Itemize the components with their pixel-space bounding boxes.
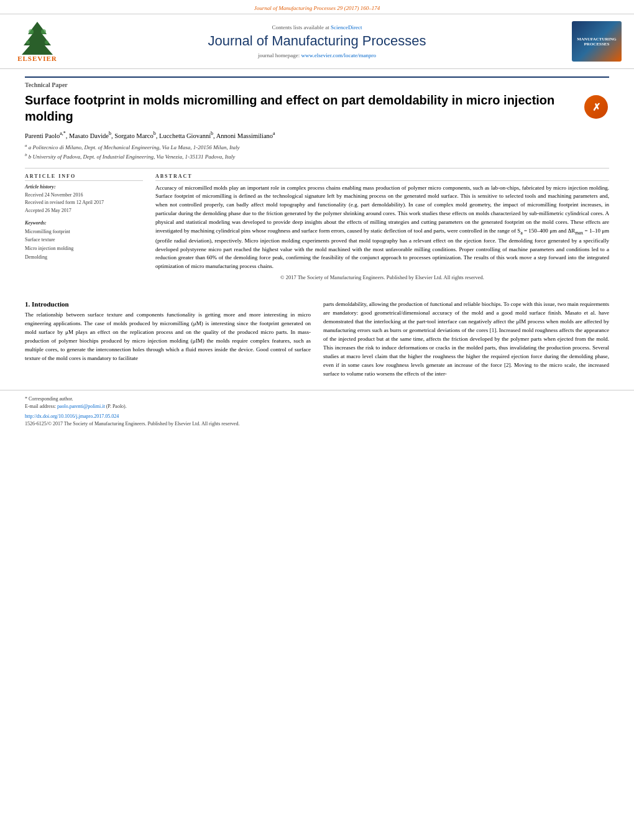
issn-line: 1526-6125/© 2017 The Society of Manufact…: [25, 420, 609, 428]
doi-link[interactable]: http://dx.doi.org/10.1016/j.jmapro.2017.…: [25, 413, 119, 419]
keyword-1: Micromilling footprint: [25, 228, 143, 236]
contents-line: Contents lists available at ScienceDirec…: [71, 24, 563, 30]
header-center: Contents lists available at ScienceDirec…: [71, 24, 563, 58]
section-divider: [25, 168, 609, 168]
svg-point-5: [45, 40, 48, 44]
abstract-header: ABSTRACT: [155, 173, 609, 181]
jmp-logo: MANUFACTURING PROCESSES: [572, 21, 622, 62]
svg-marker-1: [22, 22, 53, 55]
affiliation-a: a a Politecnico di Milano, Dept. of Mech…: [25, 142, 609, 152]
accepted-date: Accepted 26 May 2017: [25, 207, 143, 215]
jmp-logo-area: MANUFACTURING PROCESSES: [569, 21, 625, 62]
main-body: 1. Introduction The relationship between…: [0, 300, 634, 383]
section-1-number: 1. Introduction: [25, 300, 311, 308]
authors: Parenti Paoloa,*, Masato Davideb, Sorgat…: [25, 131, 609, 139]
paper-title: Surface footprint in molds micromilling …: [25, 92, 578, 124]
info-abstract-columns: ARTICLE INFO Article history: Received 2…: [25, 173, 609, 281]
keywords-label: Keywords:: [25, 220, 143, 226]
intro-text-left: The relationship between surface texture…: [25, 311, 311, 363]
journal-citation: Journal of Manufacturing Processes 29 (2…: [254, 5, 380, 11]
keyword-3: Micro injection molding: [25, 244, 143, 253]
keywords-list: Micromilling footprint Surface texture M…: [25, 228, 143, 261]
affiliation-b: b b University of Padova, Dept. of Indus…: [25, 152, 609, 162]
elsevier-logo: ELSEVIER: [9, 21, 65, 62]
keyword-4: Demolding: [25, 253, 143, 262]
article-info-header: ARTICLE INFO: [25, 173, 143, 181]
doi-line: http://dx.doi.org/10.1016/j.jmapro.2017.…: [25, 413, 609, 420]
article-history-label: Article history:: [25, 184, 143, 190]
paper-content: Technical Paper Surface footprint in mol…: [0, 69, 634, 294]
received-date: Received 24 November 2016: [25, 192, 143, 200]
body-right: parts demoldability, allowing the produc…: [323, 300, 609, 383]
svg-point-3: [41, 29, 46, 34]
abstract-text: Accuracy of micromilled molds play an im…: [155, 184, 609, 272]
intro-text-right: parts demoldability, allowing the produc…: [323, 300, 609, 378]
history-dates: Received 24 November 2016 Received in re…: [25, 192, 143, 215]
elsevier-tree-icon: [19, 21, 56, 55]
jmp-logo-text: MANUFACTURING PROCESSES: [574, 37, 619, 47]
affiliations: a a Politecnico di Milano, Dept. of Mech…: [25, 142, 609, 162]
elsevier-brand: ELSEVIER: [17, 55, 57, 62]
svg-point-2: [29, 29, 34, 34]
copyright: © 2017 The Society of Manufacturing Engi…: [155, 274, 609, 280]
page-container: Journal of Manufacturing Processes 29 (2…: [0, 0, 634, 431]
top-journal-link[interactable]: Journal of Manufacturing Processes 29 (2…: [0, 0, 634, 14]
abstract-column: ABSTRACT Accuracy of micromilled molds p…: [155, 173, 609, 281]
corresponding-author-note: * Corresponding author. E-mail address: …: [25, 395, 609, 410]
keyword-2: Surface texture: [25, 236, 143, 244]
header-area: ELSEVIER Contents lists available at Sci…: [0, 14, 634, 69]
email-link[interactable]: paolo.parenti@polimi.it: [57, 404, 105, 409]
journal-homepage: journal homepage: www.elsevier.com/locat…: [71, 52, 563, 58]
journal-url[interactable]: www.elsevier.com/locate/manpro: [301, 52, 376, 58]
crossmark-badge: ✗: [584, 95, 609, 120]
paper-type-label: Technical Paper: [25, 76, 609, 88]
article-info-column: ARTICLE INFO Article history: Received 2…: [25, 173, 143, 281]
journal-title: Journal of Manufacturing Processes: [71, 33, 563, 49]
sciencedirect-link[interactable]: ScienceDirect: [331, 24, 362, 30]
footnote-area: * Corresponding author. E-mail address: …: [0, 390, 634, 431]
crossmark-icon: ✗: [584, 95, 608, 119]
revised-date: Received in revised form 12 April 2017: [25, 199, 143, 207]
body-left: 1. Introduction The relationship between…: [25, 300, 311, 383]
title-section: Surface footprint in molds micromilling …: [25, 92, 609, 124]
svg-point-4: [26, 40, 30, 44]
